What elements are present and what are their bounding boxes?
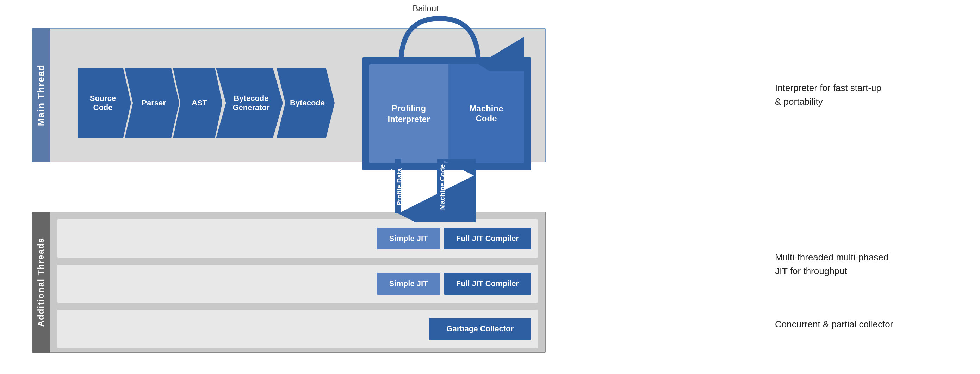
main-thread-box: Source Code Parser AST Bytecode Generato… xyxy=(32,28,546,162)
bytecode-box: Bytecode xyxy=(277,68,335,138)
desc-interpreter-text: Interpreter for fast start-up & portabil… xyxy=(775,83,881,107)
machine-code-arrow-label: Machine Code xyxy=(439,165,446,210)
machine-code-main-label: Machine Code xyxy=(469,104,503,123)
desc-interpreter: Interpreter for fast start-up & portabil… xyxy=(775,81,951,109)
garbage-collector-label: Garbage Collector xyxy=(446,324,514,333)
main-thread-label: Main Thread xyxy=(32,28,50,162)
bailout-label: Bailout xyxy=(412,3,439,13)
bytecode-label: Bytecode xyxy=(290,98,325,108)
profiling-interpreter-label: Profiling Interpreter xyxy=(388,103,430,125)
parser-label: Parser xyxy=(142,98,166,108)
full-jit-1-label: Full JIT Compiler xyxy=(456,234,519,243)
additional-threads-box: Simple JIT Full JIT Compiler Simple JIT … xyxy=(32,212,546,353)
full-jit-1-box: Full JIT Compiler xyxy=(444,228,531,249)
pipeline-row: Source Code Parser AST Bytecode Generato… xyxy=(78,68,335,138)
simple-jit-1-box: Simple JIT xyxy=(377,228,440,249)
source-code-item: Source Code xyxy=(78,68,131,138)
diagram-container: Main Thread Source Code Parser AST xyxy=(11,11,962,363)
desc-jit-text: Multi-threaded multi-phased JIT for thro… xyxy=(775,252,888,276)
desc-gc: Concurrent & partial collector xyxy=(775,318,951,331)
bytecode-arrow-label-2: Profile Data xyxy=(396,168,403,206)
bailout-svg: Bailout xyxy=(355,1,524,71)
thread-row-2: Simple JIT Full JIT Compiler xyxy=(57,265,538,303)
full-jit-2-box: Full JIT Compiler xyxy=(444,273,531,295)
ast-box: AST xyxy=(173,68,222,138)
bailout-arc xyxy=(401,18,478,64)
machine-code-main-box: Machine Code xyxy=(449,64,524,163)
ast-label: AST xyxy=(192,98,207,108)
source-code-label: Source Code xyxy=(90,94,116,113)
bytecode-item: Bytecode xyxy=(277,68,335,138)
desc-jit: Multi-threaded multi-phased JIT for thro… xyxy=(775,251,951,278)
bytecode-arrow-label-1: Bytecode + xyxy=(388,169,395,205)
full-jit-2-label: Full JIT Compiler xyxy=(456,279,519,288)
additional-threads-text: Additional Threads xyxy=(36,237,46,327)
garbage-collector-box: Garbage Collector xyxy=(429,318,531,340)
bytecode-gen-box: Bytecode Generator xyxy=(216,68,283,138)
thread-row-3: Garbage Collector xyxy=(57,310,538,348)
source-code-box: Source Code xyxy=(78,68,131,138)
bytecode-gen-label: Bytecode Generator xyxy=(232,94,269,113)
simple-jit-2-box: Simple JIT xyxy=(377,273,440,295)
profiling-interpreter-box: Profiling Interpreter xyxy=(369,64,449,163)
simple-jit-2-label: Simple JIT xyxy=(389,279,428,288)
simple-jit-1-label: Simple JIT xyxy=(389,234,428,243)
parser-box: Parser xyxy=(125,68,179,138)
bytecode-gen-item: Bytecode Generator xyxy=(216,68,283,138)
additional-threads-label: Additional Threads xyxy=(32,212,50,353)
right-section: Profiling Interpreter Machine Code xyxy=(362,57,531,170)
vertical-arrows-svg: Bytecode + Profile Data Machine Code xyxy=(370,159,476,222)
ast-item: AST xyxy=(173,68,222,138)
desc-gc-text: Concurrent & partial collector xyxy=(775,319,893,329)
main-thread-text: Main Thread xyxy=(36,64,46,126)
parser-item: Parser xyxy=(125,68,179,138)
thread-row-1: Simple JIT Full JIT Compiler xyxy=(57,219,538,257)
